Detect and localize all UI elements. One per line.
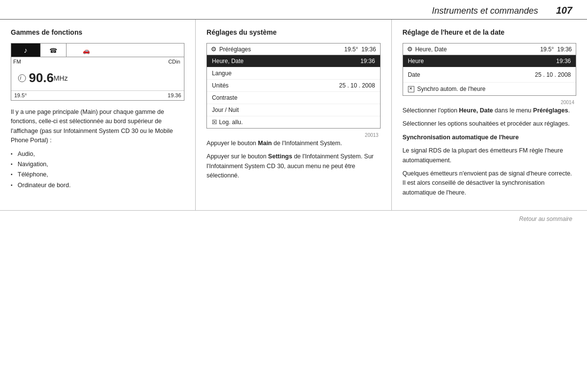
- footer: Retour au sommaire: [0, 211, 587, 227]
- col2-body: Appuyer le bouton Main de l'Infotainment…: [206, 139, 380, 181]
- img-code-1: 20013: [206, 131, 380, 139]
- settings-row-log[interactable]: ☒ Log. allu.: [207, 116, 380, 128]
- col3-para3-title: Synchronisation automatique de l'heure: [403, 133, 576, 142]
- wrench-icon: ⚙: [211, 45, 217, 53]
- settings-label: Unités: [212, 82, 228, 89]
- phone-icon: [49, 46, 57, 54]
- col3-para4: Quelques émetteurs n'envoient pas de sig…: [403, 169, 576, 197]
- settings-header: ⚙ Préréglages 19.5° 19:36: [207, 44, 380, 55]
- tab-label-fm: FM: [11, 59, 65, 65]
- page-title: Instruments et commandes: [15, 6, 553, 16]
- list-item: Navigation,: [11, 160, 184, 169]
- col1-body: Il y a une page principale (Main) pour c…: [11, 108, 184, 190]
- settings-label: Contraste: [212, 94, 237, 101]
- heure-widget: ⚙ Heure, Date 19.5° 19:36 Heure 19:36 Da…: [403, 43, 576, 96]
- radio-footer: 19.5° 19.36: [11, 90, 184, 100]
- radio-info-icon: [18, 74, 26, 82]
- settings-header-right: 19.5° 19:36: [344, 46, 376, 53]
- heure-header-label: Heure, Date: [415, 46, 447, 53]
- synchro-label: Synchro autom. de l'heure: [417, 86, 486, 92]
- col2-title: Réglages du système: [206, 28, 380, 36]
- list-item: Audio,: [11, 150, 184, 159]
- checkbox-icon: [408, 86, 414, 92]
- car-icon: [83, 46, 90, 54]
- col3-title: Réglage de l'heure et de la date: [403, 28, 576, 36]
- settings-label: Jour / Nuit: [212, 107, 239, 113]
- col3-para2: Sélectionner les options souhaitées et p…: [403, 119, 576, 129]
- col3-body: Sélectionner l'option Heure, Date dans l…: [403, 106, 576, 197]
- heure-row-heure[interactable]: Heure 19:36: [403, 55, 576, 67]
- synchro-row: Synchro autom. de l'heure: [403, 83, 576, 95]
- heure-value: 25 . 10 . 2008: [535, 71, 571, 78]
- heure-row-date[interactable]: Date 25 . 10 . 2008: [403, 67, 576, 83]
- radio-unit: MHz: [54, 74, 68, 82]
- footer-link[interactable]: Retour au sommaire: [519, 216, 572, 222]
- heure-label: Heure: [408, 58, 424, 65]
- radio-footer-right: 19.36: [168, 92, 181, 98]
- radio-tabs: [11, 44, 184, 57]
- col1-bullets: Audio, Navigation, Téléphone, Ordinateur…: [11, 150, 184, 191]
- col2-para2: Appuyer sur le bouton Settings de l'Info…: [206, 152, 380, 180]
- img-code-2: 20014: [403, 99, 576, 106]
- list-item: Ordinateur de bord.: [11, 181, 184, 190]
- col1-paragraph: Il y a une page principale (Main) pour c…: [11, 108, 184, 146]
- heure-header-temp: 19.5°: [540, 46, 554, 53]
- settings-row-jour-nuit[interactable]: Jour / Nuit: [207, 104, 380, 116]
- col-reglages: Réglages du système ⚙ Préréglages 19.5° …: [196, 20, 391, 210]
- settings-header-temp: 19.5°: [344, 46, 358, 53]
- tab-label-cdin: CDin: [110, 59, 184, 65]
- radio-tab-labels: FM CDin: [11, 57, 184, 65]
- heure-header-left: ⚙ Heure, Date: [407, 45, 447, 53]
- col-heure: Réglage de l'heure et de la date ⚙ Heure…: [392, 20, 587, 210]
- settings-row-heure[interactable]: Heure, Date 19:36: [207, 55, 380, 67]
- settings-label: Langue: [212, 70, 231, 77]
- settings-header-left: ⚙ Préréglages: [211, 45, 251, 53]
- radio-tab-phone[interactable]: [41, 44, 67, 57]
- settings-header-time: 19:36: [361, 46, 376, 53]
- col-gammes: Gammes de fonctions FM CDin: [0, 20, 196, 210]
- heure-value: 19:36: [556, 58, 571, 65]
- settings-row-contraste[interactable]: Contraste: [207, 92, 380, 104]
- radio-tab-music[interactable]: [11, 44, 41, 57]
- settings-row-unites[interactable]: Unités 25 . 10 . 2008: [207, 80, 380, 92]
- tab-label-phone: [65, 59, 110, 65]
- heure-header-right: 19.5° 19:36: [540, 46, 572, 53]
- settings-widget: ⚙ Préréglages 19.5° 19:36 Heure, Date 19…: [206, 43, 380, 129]
- heure-header: ⚙ Heure, Date 19.5° 19:36: [403, 44, 576, 55]
- settings-label: ☒ Log. allu.: [212, 119, 243, 126]
- page-number: 107: [553, 5, 572, 16]
- wrench-icon2: ⚙: [407, 45, 413, 53]
- radio-tab-car[interactable]: [67, 44, 106, 57]
- radio-freq: 90.6: [29, 70, 54, 86]
- settings-header-label: Préréglages: [219, 46, 251, 53]
- col1-title: Gammes de fonctions: [11, 28, 184, 36]
- main-columns: Gammes de fonctions FM CDin: [0, 20, 587, 211]
- col2-para1: Appuyer le bouton Main de l'Infotainment…: [206, 139, 380, 148]
- radio-footer-left: 19.5°: [14, 92, 27, 98]
- col3-para3: Le signal RDS de la plupart des émetteur…: [403, 146, 576, 165]
- radio-widget: FM CDin 90.6 MHz 19.5° 19.36: [11, 43, 184, 101]
- settings-value: 25 . 10 . 2008: [339, 82, 375, 89]
- heure-header-time: 19:36: [557, 46, 572, 53]
- music-icon: [24, 46, 28, 54]
- radio-body: 90.6 MHz: [11, 65, 184, 90]
- heure-label: Date: [408, 71, 420, 78]
- col3-para1: Sélectionner l'option Heure, Date dans l…: [403, 106, 576, 115]
- settings-row-langue[interactable]: Langue: [207, 67, 380, 80]
- page-header: Instruments et commandes 107: [0, 0, 587, 20]
- settings-label: Heure, Date: [212, 58, 244, 65]
- list-item: Téléphone,: [11, 170, 184, 179]
- settings-value: 19:36: [361, 58, 375, 65]
